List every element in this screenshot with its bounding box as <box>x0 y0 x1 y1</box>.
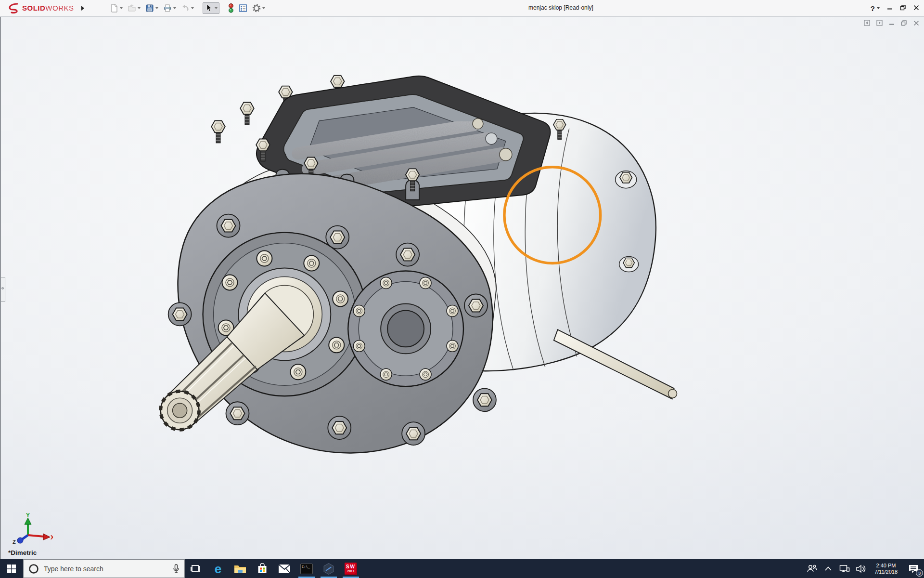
file-properties-icon <box>239 4 247 13</box>
taskbar-app-edge[interactable]: e <box>207 559 229 578</box>
volume-button[interactable] <box>853 559 869 578</box>
previous-pane-button[interactable] <box>864 20 870 27</box>
stoplight-icon <box>228 3 234 13</box>
solidworks-brand: SOLIDWORKS <box>4 3 77 13</box>
chevron-down-icon <box>877 7 880 9</box>
action-center-button[interactable]: 3 <box>903 559 924 578</box>
network-button[interactable] <box>836 559 853 578</box>
menu-expand-arrow[interactable] <box>77 4 89 12</box>
undo-arrow-icon <box>181 4 190 13</box>
close-icon <box>913 5 919 11</box>
help-button[interactable]: ? <box>871 4 880 13</box>
view-orientation-label: *Dimetric <box>8 549 37 556</box>
undo-button[interactable] <box>179 2 196 14</box>
taskbar-search[interactable]: Type here to search <box>23 559 185 578</box>
options-gear-icon <box>252 4 261 13</box>
taskbar-app-store[interactable] <box>251 559 273 578</box>
output-shaft <box>554 329 677 399</box>
doc-close-button[interactable] <box>913 20 919 27</box>
next-pane-button[interactable] <box>876 20 883 27</box>
restore-icon <box>900 5 906 11</box>
start-button[interactable] <box>0 559 23 578</box>
document-window-controls <box>864 20 919 27</box>
gearbox-3d-model[interactable] <box>1 17 924 559</box>
microphone-icon[interactable] <box>173 564 180 574</box>
tray-date: 7/11/2018 <box>874 569 898 575</box>
file-properties-button[interactable] <box>237 2 249 14</box>
network-icon <box>839 565 850 573</box>
doc-minimize-icon <box>889 20 895 26</box>
doc-restore-button[interactable] <box>901 20 907 27</box>
windows-taskbar: Type here to search e <box>0 559 924 578</box>
taskbar-app-file-explorer[interactable] <box>229 559 251 578</box>
brand-text: SOLIDWORKS <box>22 4 74 12</box>
graphics-area[interactable]: Y X Z *Dimetric <box>0 17 924 559</box>
solidworks-logo-icon <box>8 3 20 13</box>
taskbar-app-mail[interactable] <box>273 559 295 578</box>
print-button[interactable] <box>161 2 178 14</box>
window-controls: ? <box>871 0 919 16</box>
doc-restore-icon <box>901 20 907 26</box>
hex-plug-right-top <box>620 172 632 183</box>
pane-right-icon <box>876 20 883 26</box>
mail-icon <box>278 564 291 574</box>
search-placeholder: Type here to search <box>44 565 168 573</box>
people-icon <box>807 564 817 574</box>
minimize-icon <box>887 5 893 11</box>
solidworks-2017-icon: SW 2017 <box>345 563 357 575</box>
people-button[interactable] <box>804 559 820 578</box>
taskbar-app-command-prompt[interactable]: C:\_ <box>295 559 318 578</box>
brand-bold: SOLID <box>22 4 45 12</box>
select-tool-button[interactable] <box>203 2 219 14</box>
close-button[interactable] <box>913 5 919 12</box>
system-tray: 2:40 PM 7/11/2018 3 <box>804 559 924 578</box>
hex-plug-right-bottom <box>623 258 634 267</box>
notification-badge: 3 <box>916 569 923 577</box>
hexagon-app-icon <box>322 563 335 575</box>
windows-logo-icon <box>7 565 16 573</box>
tray-overflow-button[interactable] <box>820 559 836 578</box>
print-icon <box>163 4 172 13</box>
triad-x-label: X <box>51 534 53 541</box>
doc-minimize-button[interactable] <box>889 20 895 27</box>
orientation-triad: Y X Z <box>9 512 53 544</box>
triad-z-label: Z <box>13 539 16 544</box>
pane-left-icon <box>864 20 870 26</box>
new-document-icon <box>110 4 118 13</box>
microsoft-store-icon <box>257 563 268 575</box>
main-toolbar <box>108 2 267 14</box>
brand-light: WORKS <box>45 4 74 12</box>
restore-button[interactable] <box>900 5 906 12</box>
save-button[interactable] <box>143 2 160 14</box>
help-icon: ? <box>871 4 875 13</box>
open-folder-icon <box>128 4 136 13</box>
command-prompt-icon: C:\_ <box>300 564 313 574</box>
bearing-cover <box>348 271 463 387</box>
task-view-icon <box>191 564 201 574</box>
options-button[interactable] <box>250 2 267 14</box>
sw-year: 2017 <box>347 569 354 573</box>
sw-letters: SW <box>346 565 356 569</box>
speaker-icon <box>856 565 866 573</box>
taskbar-app-solidworks[interactable]: SW 2017 <box>340 559 362 578</box>
select-cursor-icon <box>205 4 213 13</box>
open-button[interactable] <box>126 2 142 14</box>
solidworks-window: SOLIDWORKS <box>0 0 924 578</box>
stoplight-button[interactable] <box>226 2 236 14</box>
edge-icon: e <box>215 563 221 575</box>
cortana-icon <box>28 564 39 574</box>
right-arrow-icon <box>81 5 85 11</box>
new-document-button[interactable] <box>108 2 125 14</box>
save-floppy-icon <box>145 4 154 13</box>
file-explorer-icon <box>234 564 246 574</box>
window-title: menjac sklop [Read-only] <box>528 4 593 11</box>
minimize-button[interactable] <box>887 5 893 12</box>
chevron-up-icon <box>825 566 832 571</box>
doc-close-icon <box>913 20 919 26</box>
task-view-button[interactable] <box>185 559 207 578</box>
taskbar-app-hexagon[interactable] <box>318 559 340 578</box>
tray-time: 2:40 PM <box>876 563 896 569</box>
clock[interactable]: 2:40 PM 7/11/2018 <box>869 559 903 578</box>
titlebar: SOLIDWORKS <box>0 0 924 16</box>
